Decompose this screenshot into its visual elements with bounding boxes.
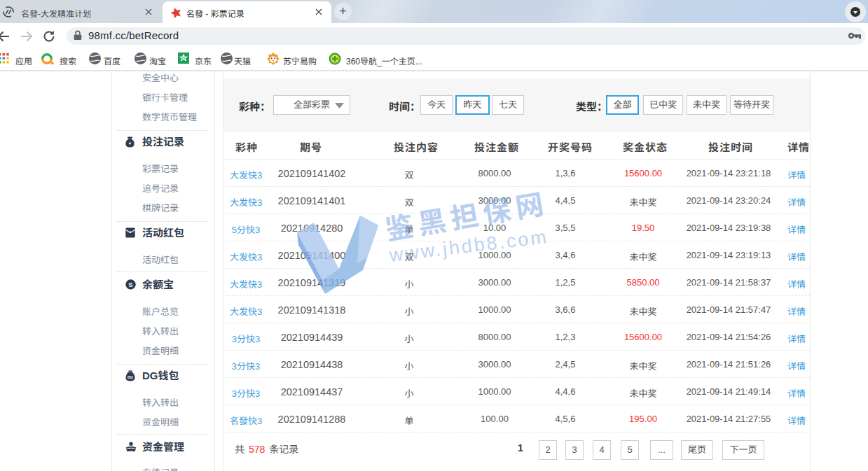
svg-text:S: S [128,281,132,288]
svg-text:DG: DG [128,375,133,379]
